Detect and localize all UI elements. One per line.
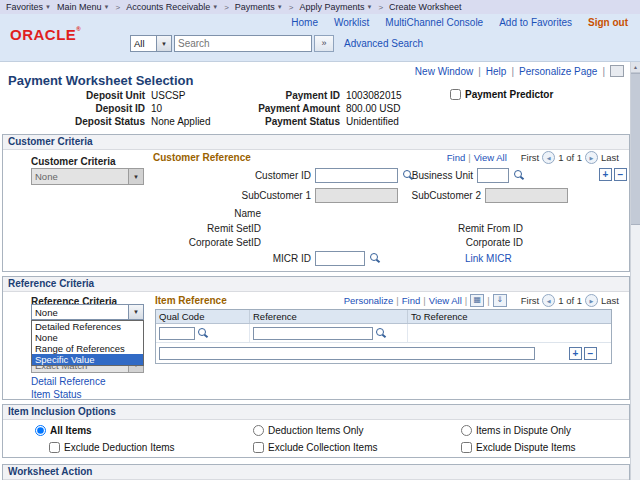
breadcrumb-main-menu[interactable]: Main Menu▼ <box>57 2 109 12</box>
separator: | <box>511 66 514 77</box>
checkbox-exclude-dispute-items[interactable]: Exclude Dispute Items <box>461 442 576 453</box>
worklist-link[interactable]: Worklist <box>334 17 369 28</box>
lookup-icon[interactable] <box>196 327 209 340</box>
payment-status-label: Payment Status <box>240 116 340 127</box>
page-url-icon[interactable] <box>610 65 624 77</box>
link-micr-link[interactable]: Link MICR <box>465 253 512 264</box>
view-all-link[interactable]: View All <box>474 152 507 163</box>
reference-criteria-select[interactable]: None ▼ <box>31 304 144 320</box>
checkbox-input[interactable] <box>450 89 461 100</box>
vertical-scrollbar[interactable]: ▲ <box>630 62 640 480</box>
column-header-reference[interactable]: Reference <box>250 310 408 323</box>
find-link[interactable]: Find <box>447 152 465 163</box>
to-reference-input[interactable] <box>159 347 535 360</box>
breadcrumb-favorites[interactable]: Favorites▼ <box>6 2 51 12</box>
radio-input[interactable] <box>35 425 46 436</box>
checkbox-input[interactable] <box>461 442 472 453</box>
pager-last[interactable]: Last <box>601 152 619 163</box>
reference-criteria-select-value: None <box>32 305 128 319</box>
checkbox-exclude-deduction-items[interactable]: Exclude Deduction Items <box>49 442 175 453</box>
add-row-button[interactable]: + <box>569 347 582 360</box>
reference-criteria-section-title: Reference Criteria <box>3 277 629 292</box>
radio-input[interactable] <box>253 425 264 436</box>
search-input[interactable] <box>174 35 312 52</box>
download-icon[interactable]: ⇓ <box>493 294 507 307</box>
lookup-icon[interactable] <box>368 252 381 265</box>
personalize-link[interactable]: Personalize <box>344 295 394 306</box>
breadcrumb-accounts-receivable[interactable]: Accounts Receivable▼ <box>126 2 218 12</box>
business-unit-input[interactable] <box>477 168 509 183</box>
delete-row-button[interactable]: − <box>614 168 627 181</box>
find-link[interactable]: Find <box>402 295 420 306</box>
qual-code-input[interactable] <box>159 327 195 340</box>
column-header-to-reference[interactable]: To Reference <box>408 310 611 323</box>
previous-icon[interactable]: ◀ <box>542 151 555 164</box>
lookup-icon[interactable] <box>512 169 525 182</box>
subcustomer1-input <box>315 188 398 203</box>
item-reference-toolbar: Personalize | Find | View All | ▦ | ⇓ Fi… <box>344 294 619 307</box>
breadcrumb-separator: > <box>378 3 383 12</box>
add-row-button[interactable]: + <box>599 168 612 181</box>
personalize-page-link[interactable]: Personalize Page <box>519 66 597 77</box>
header-band: ORACLE® Home Worklist MultiChannel Conso… <box>0 14 640 62</box>
checkbox-label: Exclude Deduction Items <box>64 442 175 453</box>
view-all-link[interactable]: View All <box>429 295 462 306</box>
home-link[interactable]: Home <box>291 17 318 28</box>
radio-items-in-dispute-only[interactable]: Items in Dispute Only <box>461 425 571 436</box>
next-icon[interactable]: ▶ <box>585 151 598 164</box>
previous-icon[interactable]: ◀ <box>542 294 555 307</box>
deposit-unit-value: USCSP <box>151 90 185 101</box>
breadcrumb-payments[interactable]: Payments▼ <box>235 2 283 12</box>
checkbox-input[interactable] <box>49 442 60 453</box>
reference-input[interactable] <box>253 327 373 340</box>
radio-all-items[interactable]: All Items <box>35 425 92 436</box>
pager-position: 1 of 1 <box>558 295 582 306</box>
delete-row-button[interactable]: − <box>584 347 597 360</box>
radio-input[interactable] <box>461 425 472 436</box>
breadcrumb-create-worksheet[interactable]: Create Worksheet <box>389 2 461 12</box>
separator: | <box>478 66 481 77</box>
item-status-link[interactable]: Item Status <box>31 389 82 400</box>
micr-id-input[interactable] <box>315 251 365 266</box>
lookup-icon[interactable] <box>374 327 387 340</box>
item-reference-grid: Qual Code Reference To Reference + − <box>155 309 612 364</box>
customer-criteria-label: Customer Criteria <box>31 156 115 167</box>
new-window-link[interactable]: New Window <box>415 66 473 77</box>
separator: | <box>423 295 425 306</box>
dropdown-option-specific-value[interactable]: Specific Value <box>32 354 143 365</box>
pager-last[interactable]: Last <box>601 295 619 306</box>
pager-first[interactable]: First <box>521 295 539 306</box>
deposit-id-value: 10 <box>151 103 162 114</box>
worksheet-action-section: Worksheet Action <box>2 464 630 480</box>
breadcrumb-label: Favorites <box>6 2 43 12</box>
search-scope-select[interactable]: All ▼ <box>130 35 172 52</box>
customer-id-label: Customer ID <box>153 170 311 181</box>
breadcrumb-separator: > <box>289 3 294 12</box>
zoom-grid-icon[interactable]: ▦ <box>470 294 484 307</box>
sign-out-link[interactable]: Sign out <box>588 17 628 28</box>
customer-id-input[interactable] <box>315 168 398 183</box>
next-icon[interactable]: ▶ <box>585 294 598 307</box>
help-link[interactable]: Help <box>486 66 507 77</box>
column-header-qual-code[interactable]: Qual Code <box>156 310 250 323</box>
search-scope-value: All <box>131 36 156 51</box>
payment-predictor-checkbox[interactable]: Payment Predictor <box>450 89 553 100</box>
checkbox-exclude-collection-items[interactable]: Exclude Collection Items <box>253 442 378 453</box>
dropdown-option-range-of-references[interactable]: Range of References <box>32 343 143 354</box>
dropdown-option-detailed-references[interactable]: Detailed References <box>32 321 143 332</box>
multichannel-console-link[interactable]: MultiChannel Console <box>385 17 483 28</box>
add-to-favorites-link[interactable]: Add to Favorites <box>499 17 572 28</box>
chevron-down-icon: ▼ <box>45 4 51 10</box>
dropdown-option-none[interactable]: None <box>32 332 143 343</box>
pager-first[interactable]: First <box>521 152 539 163</box>
radio-deduction-items-only[interactable]: Deduction Items Only <box>253 425 364 436</box>
search-go-button[interactable]: » <box>314 35 334 52</box>
breadcrumb-apply-payments[interactable]: Apply Payments▼ <box>299 2 372 12</box>
checkbox-input[interactable] <box>253 442 264 453</box>
detail-reference-link[interactable]: Detail Reference <box>31 376 105 387</box>
breadcrumb-label: Apply Payments <box>299 2 364 12</box>
scrollbar-thumb[interactable] <box>631 73 640 225</box>
chevron-down-icon: ▼ <box>104 4 110 10</box>
advanced-search-link[interactable]: Advanced Search <box>344 38 423 49</box>
scrollbar-up-icon[interactable]: ▲ <box>631 62 640 73</box>
